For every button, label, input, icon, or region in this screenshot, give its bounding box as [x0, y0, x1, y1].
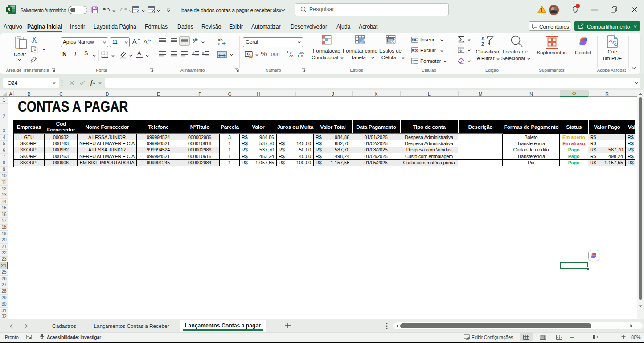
- svg-text:.0: .0: [300, 54, 303, 58]
- svg-text:A: A: [481, 36, 485, 41]
- svg-text:Z: Z: [481, 41, 484, 47]
- svg-text:X: X: [7, 7, 10, 12]
- svg-text:A: A: [609, 38, 612, 43]
- svg-text:c: c: [218, 41, 220, 45]
- svg-text:ab: ab: [193, 38, 197, 42]
- svg-text:.00: .00: [288, 54, 294, 58]
